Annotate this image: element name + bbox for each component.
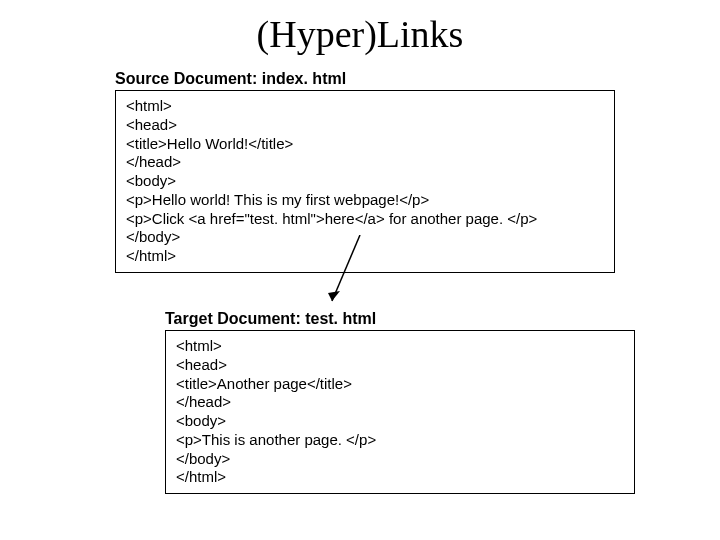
target-codebox: <html><head><title>Another page</title><…	[165, 330, 635, 494]
source-block: Source Document: index. html <html><head…	[115, 70, 615, 273]
svg-marker-1	[328, 291, 340, 301]
source-label: Source Document: index. html	[115, 70, 615, 88]
target-block: Target Document: test. html <html><head>…	[165, 310, 635, 494]
slide-title: (Hyper)Links	[0, 12, 720, 56]
target-label: Target Document: test. html	[165, 310, 635, 328]
source-codebox: <html><head><title>Hello World!</title><…	[115, 90, 615, 273]
